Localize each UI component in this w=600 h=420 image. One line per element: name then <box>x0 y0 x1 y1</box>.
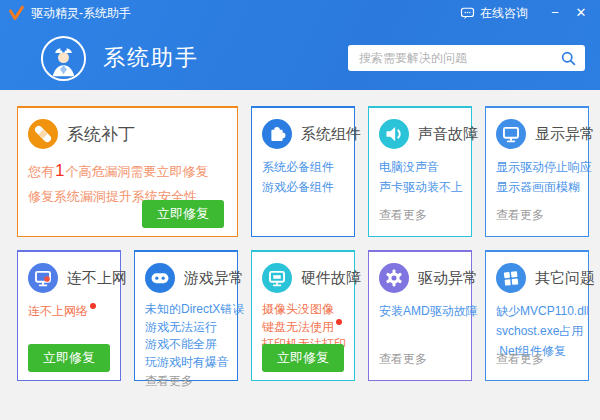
card-link[interactable]: 玩游戏时有爆音 <box>145 354 227 372</box>
card-link[interactable]: 缺少MVCP110.dll <box>496 301 578 321</box>
app-header: 系统助手 <box>0 26 600 90</box>
card-link[interactable]: 游戏不能全屏 <box>145 336 227 354</box>
card-title: 其它问题 <box>535 269 595 288</box>
alert-dot <box>90 303 96 309</box>
card-title: 连不上网 <box>67 269 127 288</box>
search-input[interactable] <box>357 50 560 66</box>
window-title: 驱动精灵-系统助手 <box>31 5 131 22</box>
fix-now-button[interactable]: 立即修复 <box>28 344 110 372</box>
app-logo-icon <box>8 5 25 22</box>
card-link[interactable]: 显示驱动停止响应 <box>496 157 578 177</box>
windows-icon <box>496 263 526 293</box>
close-button[interactable]: ✕ <box>568 2 594 24</box>
card-grid: 系统补丁 您有1个高危漏洞需要立即修复 修复系统漏洞提升系统安全性 立即修复 系… <box>17 106 600 381</box>
card-game-issues: 游戏异常 未知的DirectX错误 游戏无法运行 游戏不能全屏 玩游戏时有爆音 … <box>134 250 238 381</box>
page-title: 系统助手 <box>103 43 199 73</box>
card-display-issues: 显示异常 显示驱动停止响应 显示器画面模糊 查看更多 <box>485 106 589 237</box>
card-system-patch: 系统补丁 您有1个高危漏洞需要立即修复 修复系统漏洞提升系统安全性 立即修复 <box>17 106 238 237</box>
monitor-icon <box>496 119 526 149</box>
card-system-components: 系统组件 系统必备组件 游戏必备组件 <box>251 106 355 237</box>
card-other-issues: 其它问题 缺少MVCP110.dll svchost.exe占用 .Net组件修… <box>485 250 589 381</box>
patch-icon <box>28 119 58 149</box>
speaker-icon <box>379 119 409 149</box>
card-title: 系统补丁 <box>67 123 135 146</box>
card-link[interactable]: 摄像头没图像 <box>262 301 344 319</box>
search-icon[interactable] <box>560 50 577 67</box>
gear-icon <box>379 263 409 293</box>
doctor-avatar <box>40 35 87 82</box>
card-title: 显示异常 <box>535 125 595 144</box>
online-chat-button[interactable]: 在线咨询 <box>460 5 528 22</box>
card-link[interactable]: 声卡驱动装不上 <box>379 177 461 197</box>
card-link[interactable]: 电脑没声音 <box>379 157 461 177</box>
card-link[interactable]: 游戏必备组件 <box>262 177 344 197</box>
fix-now-button[interactable]: 立即修复 <box>142 200 224 228</box>
card-link[interactable]: 显示器画面模糊 <box>496 177 578 197</box>
card-link[interactable]: 游戏无法运行 <box>145 319 227 337</box>
card-link[interactable]: svchost.exe占用 <box>496 321 578 341</box>
card-title: 驱动异常 <box>418 269 478 288</box>
view-more-link[interactable]: 查看更多 <box>379 207 427 224</box>
card-hardware-issues: 硬件故障 摄像头没图像 键盘无法使用 打印机无法打印 立即修复 <box>251 250 355 381</box>
view-more-link[interactable]: 查看更多 <box>496 207 544 224</box>
minimize-button[interactable]: − <box>542 2 568 24</box>
online-chat-label: 在线咨询 <box>480 5 528 22</box>
puzzle-icon <box>262 119 292 149</box>
gamepad-icon <box>145 263 175 293</box>
card-link[interactable]: 系统必备组件 <box>262 157 344 177</box>
titlebar: 驱动精灵-系统助手 在线咨询 − ✕ <box>0 0 600 26</box>
card-title: 游戏异常 <box>184 269 244 288</box>
hardware-monitor-icon <box>262 263 292 293</box>
card-title: 系统组件 <box>301 125 361 144</box>
top-banner: 驱动精灵-系统助手 在线咨询 − ✕ 系统助手 <box>0 0 600 90</box>
card-sound-issues: 声音故障 电脑没声音 声卡驱动装不上 查看更多 <box>368 106 472 237</box>
card-title: 硬件故障 <box>301 269 361 288</box>
card-link[interactable]: 连不上网络 <box>28 301 110 321</box>
view-more-link[interactable]: 查看更多 <box>379 351 427 368</box>
card-link[interactable]: 键盘无法使用 <box>262 319 344 337</box>
card-title: 声音故障 <box>418 125 478 144</box>
chat-bubble-icon <box>460 6 475 21</box>
vulnerability-count: 1 <box>54 161 65 180</box>
card-driver-issues: 驱动异常 安装AMD驱动故障 查看更多 <box>368 250 472 381</box>
view-more-link[interactable]: 查看更多 <box>145 373 227 391</box>
card-network-issues: 连不上网 连不上网络 立即修复 <box>17 250 121 381</box>
card-link[interactable]: 安装AMD驱动故障 <box>379 301 461 321</box>
main-content: 系统补丁 您有1个高危漏洞需要立即修复 修复系统漏洞提升系统安全性 立即修复 系… <box>0 90 600 381</box>
alert-dot <box>336 319 342 325</box>
search-box <box>348 45 585 71</box>
fix-now-button[interactable]: 立即修复 <box>262 344 344 372</box>
network-monitor-icon <box>28 263 58 293</box>
card-link[interactable]: 未知的DirectX错误 <box>145 301 227 319</box>
view-more-link[interactable]: 查看更多 <box>496 351 544 368</box>
patch-desc-line1: 您有1个高危漏洞需要立即修复 <box>28 158 227 184</box>
